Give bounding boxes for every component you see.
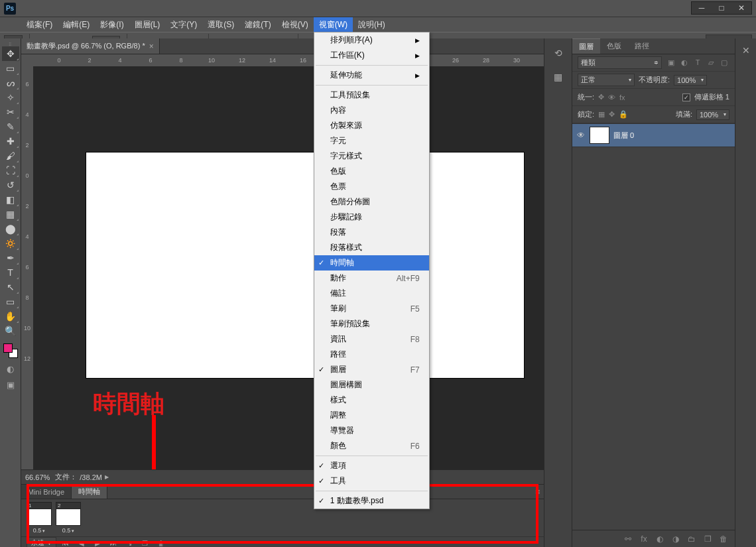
timeline-frame[interactable]: 10.5 [27, 502, 52, 534]
brush-tool[interactable]: 🖌 [2, 149, 19, 163]
menu-item-時間軸[interactable]: ✓時間軸 [314, 255, 429, 271]
frame-thumbnail[interactable] [56, 509, 81, 526]
menu-item-字元[interactable]: 字元 [314, 133, 429, 149]
new-layer-icon[interactable]: ❐ [702, 534, 714, 544]
unify-style-icon[interactable]: fx [619, 93, 625, 101]
menu-圖層(L)[interactable]: 圖層(L) [129, 17, 166, 32]
lasso-tool[interactable]: ᔕ [2, 76, 19, 90]
filter-smart-icon[interactable]: ▢ [719, 58, 729, 67]
history-panel-icon[interactable]: ⟲ [548, 44, 568, 62]
menu-item-動作[interactable]: 動作Alt+F9 [314, 271, 429, 286]
menu-item-路徑[interactable]: 路徑 [314, 347, 429, 362]
shape-tool[interactable]: ▭ [2, 294, 19, 309]
delete-layer-icon[interactable]: 🗑 [718, 534, 729, 544]
menu-item-工作區(K)[interactable]: 工作區(K)▶ [314, 48, 429, 63]
layer-thumbnail[interactable] [590, 127, 609, 144]
link-icon[interactable]: ⚯ [622, 534, 634, 544]
panel-tab-路徑[interactable]: 路徑 [628, 38, 656, 54]
group-icon[interactable]: 🗀 [686, 534, 698, 544]
panel-tab-色版[interactable]: 色版 [600, 38, 628, 54]
layer-name[interactable]: 圖層 0 [613, 131, 634, 141]
stamp-tool[interactable]: ⛶ [2, 163, 19, 178]
lock-position-icon[interactable]: ✥ [609, 110, 615, 119]
dodge-tool[interactable]: 🔅 [2, 236, 19, 251]
menu-item-色版[interactable]: 色版 [314, 164, 429, 179]
next-frame-icon[interactable]: ⏭ [107, 537, 120, 547]
visibility-icon[interactable]: 👁 [576, 131, 586, 140]
zoom-level[interactable]: 66.67% [25, 473, 50, 481]
menu-選取(S)[interactable]: 選取(S) [202, 17, 239, 32]
filter-pixel-icon[interactable]: ▣ [666, 58, 676, 67]
document-tab[interactable]: 動畫教學.psd @ 66.7% (O, RGB/8) * × [21, 38, 160, 54]
menu-item-色階分佈圖[interactable]: 色階分佈圖 [314, 194, 429, 210]
menu-item-筆刷預設集[interactable]: 筆刷預設集 [314, 316, 429, 332]
close-button[interactable]: ✕ [731, 2, 751, 14]
layer-row[interactable]: 👁 圖層 0 [572, 123, 735, 147]
canvas[interactable] [86, 152, 524, 378]
path-tool[interactable]: ↖ [2, 280, 19, 294]
layer-filter-kind[interactable]: 種類≑ [578, 56, 662, 69]
unify-position-icon[interactable]: ✥ [598, 93, 604, 101]
menu-item-備註[interactable]: 備註 [314, 286, 429, 301]
menu-說明(H)[interactable]: 說明(H) [353, 17, 391, 32]
menu-item-資訊[interactable]: 資訊F8 [314, 332, 429, 347]
doc-info[interactable]: 文件：/38.2M▶ [55, 472, 109, 482]
filter-type-icon[interactable]: T [692, 58, 703, 67]
menu-item-段落樣式[interactable]: 段落樣式 [314, 240, 429, 255]
prev-frame-icon[interactable]: ◀ [75, 537, 88, 547]
menu-item-樣式[interactable]: 樣式 [314, 393, 429, 408]
opacity-input[interactable]: 100%▾ [674, 75, 707, 86]
menu-編輯(E)[interactable]: 編輯(E) [58, 17, 95, 32]
close-tab-icon[interactable]: × [149, 42, 154, 51]
menu-item-排列順序(A)[interactable]: 排列順序(A)▶ [314, 32, 429, 48]
delete-frame-icon[interactable]: 🗑 [155, 537, 168, 547]
crop-tool[interactable]: ✂ [2, 105, 19, 119]
properties-icon[interactable]: ✕ [738, 42, 754, 58]
menu-檢視(V)[interactable]: 檢視(V) [277, 17, 314, 32]
mask-icon[interactable]: ◐ [654, 534, 666, 544]
play-icon[interactable]: ▶ [91, 537, 104, 547]
swatches-panel-icon[interactable]: ▦ [548, 68, 568, 86]
panel-grip[interactable]: ⠿ [1, 41, 20, 46]
menu-文字(Y)[interactable]: 文字(Y) [165, 17, 202, 32]
filter-shape-icon[interactable]: ▱ [706, 58, 716, 67]
screenmode-icon[interactable]: ▣ [3, 378, 19, 391]
menu-item-內容[interactable]: 內容 [314, 103, 429, 118]
menu-item-選項[interactable]: ✓選項 [314, 458, 429, 473]
lock-all-icon[interactable]: 🔒 [619, 110, 628, 119]
first-frame-icon[interactable]: ⏮ [59, 537, 72, 547]
menu-item-圖層[interactable]: ✓圖層F7 [314, 362, 429, 377]
menu-檔案(F)[interactable]: 檔案(F) [21, 17, 58, 32]
healing-tool[interactable]: ✚ [2, 134, 19, 149]
tween-icon[interactable]: ↘ [123, 537, 136, 547]
tab-timeline[interactable]: 時間軸 [72, 485, 107, 499]
lock-pixels-icon[interactable]: ▦ [598, 110, 605, 119]
type-tool[interactable]: T [2, 265, 19, 280]
magic-wand-tool[interactable]: ✧ [2, 90, 19, 105]
history-brush-tool[interactable]: ↺ [2, 178, 19, 192]
loop-select[interactable]: 永遠▼ [27, 537, 56, 547]
gradient-tool[interactable]: ▦ [2, 207, 19, 221]
menu-影像(I)[interactable]: 影像(I) [95, 17, 129, 32]
fx-icon[interactable]: fx [638, 534, 650, 544]
menu-item-圖層構圖[interactable]: 圖層構圖 [314, 377, 429, 393]
timeline-frame[interactable]: 20.5 [56, 502, 81, 534]
blur-tool[interactable]: ⬤ [2, 221, 19, 236]
fill-input[interactable]: 100%▾ [696, 109, 729, 120]
eyedropper-tool[interactable]: ✎ [2, 119, 19, 134]
maximize-button[interactable]: □ [712, 2, 731, 14]
move-tool[interactable]: ✥ [2, 46, 19, 61]
menu-item-工具預設集[interactable]: 工具預設集 [314, 88, 429, 103]
eraser-tool[interactable]: ◧ [2, 192, 19, 207]
frame-thumbnail[interactable] [27, 509, 52, 526]
tab-mini-bridge[interactable]: Mini Bridge [21, 485, 72, 499]
color-swatches[interactable] [2, 342, 19, 359]
propagate-checkbox[interactable]: ✓ [682, 93, 690, 101]
menu-濾鏡(T)[interactable]: 濾鏡(T) [239, 17, 276, 32]
menu-item-調整[interactable]: 調整 [314, 408, 429, 423]
frame-delay[interactable]: 0.5 [62, 527, 75, 534]
menu-item-步驟記錄[interactable]: 步驟記錄 [314, 210, 429, 225]
panel-tab-圖層[interactable]: 圖層 [572, 38, 600, 54]
zoom-tool[interactable]: 🔍 [2, 324, 19, 338]
minimize-button[interactable]: ─ [692, 2, 712, 14]
